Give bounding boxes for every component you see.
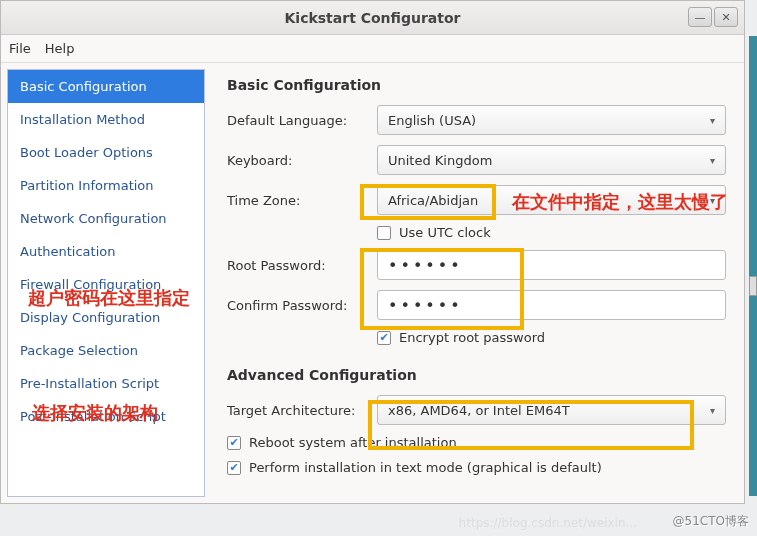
sidebar-item-display[interactable]: Display Configuration [8, 301, 204, 334]
row-confirm-password: Confirm Password: •••••• [227, 290, 726, 320]
combo-value: x86, AMD64, or Intel EM64T [388, 403, 570, 418]
label-target-arch: Target Architecture: [227, 403, 377, 418]
combo-value: United Kingdom [388, 153, 492, 168]
chevron-down-icon: ▾ [710, 115, 715, 126]
input-confirm-password[interactable]: •••••• [377, 290, 726, 320]
titlebar: Kickstart Configurator — ✕ [1, 1, 744, 35]
row-default-language: Default Language: English (USA) ▾ [227, 105, 726, 135]
label-timezone: Time Zone: [227, 193, 377, 208]
label-default-language: Default Language: [227, 113, 377, 128]
sidebar: Basic Configuration Installation Method … [7, 69, 205, 497]
close-button[interactable]: ✕ [714, 7, 738, 27]
row-timezone: Time Zone: Africa/Abidjan ▾ [227, 185, 726, 215]
section-title-advanced: Advanced Configuration [227, 367, 726, 383]
menu-file[interactable]: File [9, 41, 31, 56]
menubar: File Help [1, 35, 744, 63]
row-encrypt: Encrypt root password [377, 330, 726, 345]
combo-default-language[interactable]: English (USA) ▾ [377, 105, 726, 135]
main-panel: Basic Configuration Default Language: En… [205, 63, 744, 503]
row-reboot: Reboot system after installation [227, 435, 726, 450]
sidebar-item-bootloader[interactable]: Boot Loader Options [8, 136, 204, 169]
sidebar-item-basic[interactable]: Basic Configuration [8, 70, 204, 103]
sidebar-item-installation[interactable]: Installation Method [8, 103, 204, 136]
label-confirm-password: Confirm Password: [227, 298, 377, 313]
chevron-down-icon: ▾ [710, 155, 715, 166]
checkbox-encrypt[interactable] [377, 331, 391, 345]
combo-value: Africa/Abidjan [388, 193, 478, 208]
app-window: Kickstart Configurator — ✕ File Help Bas… [0, 0, 745, 504]
row-keyboard: Keyboard: United Kingdom ▾ [227, 145, 726, 175]
sidebar-item-packages[interactable]: Package Selection [8, 334, 204, 367]
row-root-password: Root Password: •••••• [227, 250, 726, 280]
advanced-section: Advanced Configuration Target Architectu… [227, 367, 726, 475]
combo-keyboard[interactable]: United Kingdom ▾ [377, 145, 726, 175]
watermark: @51CTO博客 [673, 513, 749, 530]
sidebar-item-post[interactable]: Post-Installation Script [8, 400, 204, 433]
sidebar-item-auth[interactable]: Authentication [8, 235, 204, 268]
window-title: Kickstart Configurator [285, 10, 461, 26]
checkbox-textmode[interactable] [227, 461, 241, 475]
row-utc: Use UTC clock [377, 225, 726, 240]
checkbox-utc[interactable] [377, 226, 391, 240]
row-target-arch: Target Architecture: x86, AMD64, or Inte… [227, 395, 726, 425]
label-utc: Use UTC clock [399, 225, 491, 240]
label-root-password: Root Password: [227, 258, 377, 273]
watermark-url: https://blog.csdn.net/weixin... [459, 516, 637, 530]
titlebar-buttons: — ✕ [688, 7, 738, 27]
label-encrypt: Encrypt root password [399, 330, 545, 345]
chevron-down-icon: ▾ [710, 195, 715, 206]
sidebar-item-network[interactable]: Network Configuration [8, 202, 204, 235]
combo-timezone[interactable]: Africa/Abidjan ▾ [377, 185, 726, 215]
minimize-button[interactable]: — [688, 7, 712, 27]
row-textmode: Perform installation in text mode (graph… [227, 460, 726, 475]
label-textmode: Perform installation in text mode (graph… [249, 460, 602, 475]
sidebar-item-partition[interactable]: Partition Information [8, 169, 204, 202]
label-keyboard: Keyboard: [227, 153, 377, 168]
sidebar-item-pre[interactable]: Pre-Installation Script [8, 367, 204, 400]
window-body: Basic Configuration Installation Method … [1, 63, 744, 503]
combo-value: English (USA) [388, 113, 476, 128]
label-reboot: Reboot system after installation [249, 435, 457, 450]
combo-target-arch[interactable]: x86, AMD64, or Intel EM64T ▾ [377, 395, 726, 425]
input-root-password[interactable]: •••••• [377, 250, 726, 280]
background-handle [749, 276, 757, 296]
chevron-down-icon: ▾ [710, 405, 715, 416]
sidebar-item-firewall[interactable]: Firewall Configuration [8, 268, 204, 301]
section-title-basic: Basic Configuration [227, 77, 726, 93]
checkbox-reboot[interactable] [227, 436, 241, 450]
menu-help[interactable]: Help [45, 41, 75, 56]
background-strip [749, 36, 757, 496]
